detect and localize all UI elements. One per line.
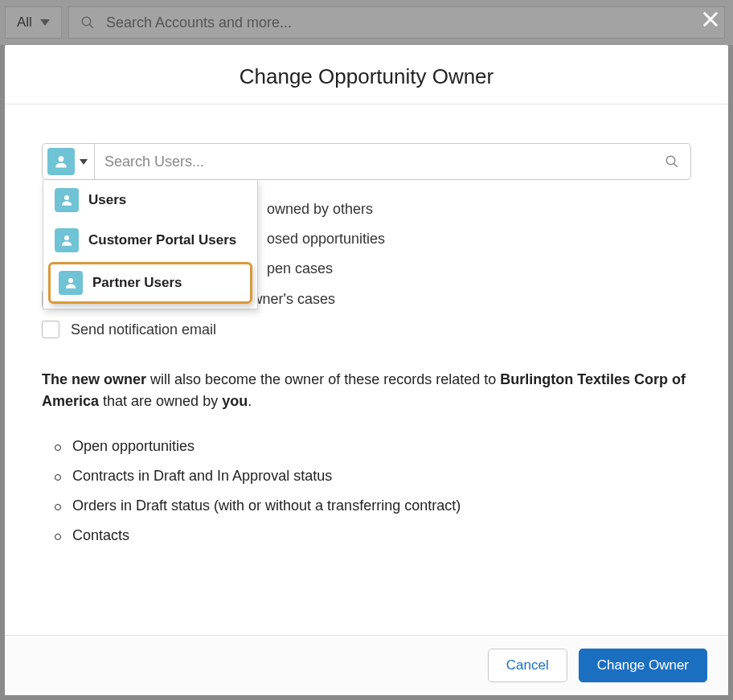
chevron-down-icon bbox=[80, 159, 88, 165]
checkbox[interactable] bbox=[42, 321, 59, 338]
svg-point-9 bbox=[68, 278, 73, 283]
svg-point-5 bbox=[666, 156, 675, 165]
person-icon bbox=[59, 271, 83, 295]
close-icon[interactable] bbox=[699, 8, 722, 34]
related-records-list: Open opportunities Contracts in Draft an… bbox=[42, 432, 691, 551]
search-icon[interactable] bbox=[653, 144, 690, 179]
dropdown-item-customer-portal-users[interactable]: Customer Portal Users bbox=[43, 220, 257, 260]
checkbox-label: Send notification email bbox=[71, 321, 216, 338]
svg-point-0 bbox=[82, 17, 91, 26]
desc-you: you bbox=[222, 393, 248, 409]
dropdown-item-label: Customer Portal Users bbox=[88, 232, 236, 248]
object-filter-dropdown[interactable]: All bbox=[5, 6, 62, 39]
cancel-button[interactable]: Cancel bbox=[488, 649, 567, 682]
owner-search-row: Users Customer Portal Users Partner User… bbox=[42, 143, 691, 180]
svg-point-7 bbox=[64, 195, 69, 200]
change-owner-modal: Change Opportunity Owner Users bbox=[5, 45, 728, 695]
object-filter-label: All bbox=[17, 14, 32, 31]
list-item: Orders in Draft status (with or without … bbox=[50, 491, 691, 521]
svg-line-1 bbox=[89, 24, 93, 28]
person-icon bbox=[55, 228, 79, 252]
dropdown-item-label: Partner Users bbox=[92, 275, 182, 291]
checkbox-label: pen cases bbox=[267, 260, 333, 277]
person-icon bbox=[47, 148, 75, 175]
svg-line-6 bbox=[674, 163, 678, 167]
dropdown-item-partner-users[interactable]: Partner Users bbox=[48, 262, 252, 304]
search-icon bbox=[80, 15, 95, 30]
desc-lead: The new owner bbox=[42, 371, 146, 387]
change-owner-button[interactable]: Change Owner bbox=[579, 649, 707, 682]
desc-mid1: will also become the owner of these reco… bbox=[146, 371, 500, 387]
list-item: Contacts bbox=[50, 521, 691, 551]
transfer-description: The new owner will also become the owner… bbox=[42, 369, 691, 412]
checkbox-label: owned by others bbox=[267, 201, 373, 218]
checkbox-label: osed opportunities bbox=[267, 231, 385, 248]
dropdown-item-users[interactable]: Users bbox=[43, 180, 257, 220]
desc-mid2: that are owned by bbox=[99, 393, 222, 409]
user-type-picker[interactable] bbox=[43, 144, 95, 179]
dropdown-item-label: Users bbox=[88, 192, 126, 208]
desc-tail: . bbox=[248, 393, 252, 409]
global-search[interactable]: Search Accounts and more... bbox=[68, 6, 725, 39]
modal-title: Change Opportunity Owner bbox=[5, 45, 728, 104]
chevron-down-icon bbox=[40, 19, 50, 26]
person-icon bbox=[55, 188, 79, 212]
user-type-dropdown: Users Customer Portal Users Partner User… bbox=[43, 180, 258, 309]
list-item: Contracts in Draft and In Approval statu… bbox=[50, 461, 691, 491]
svg-point-8 bbox=[64, 235, 69, 240]
modal-body: Users Customer Portal Users Partner User… bbox=[5, 104, 728, 635]
svg-point-4 bbox=[59, 156, 64, 162]
list-item: Open opportunities bbox=[50, 432, 691, 461]
global-header: All Search Accounts and more... bbox=[0, 0, 733, 45]
checkbox-row-notification[interactable]: Send notification email bbox=[42, 314, 691, 345]
modal-footer: Cancel Change Owner bbox=[5, 635, 728, 695]
global-search-placeholder: Search Accounts and more... bbox=[106, 14, 292, 31]
owner-search-input[interactable] bbox=[95, 144, 653, 179]
